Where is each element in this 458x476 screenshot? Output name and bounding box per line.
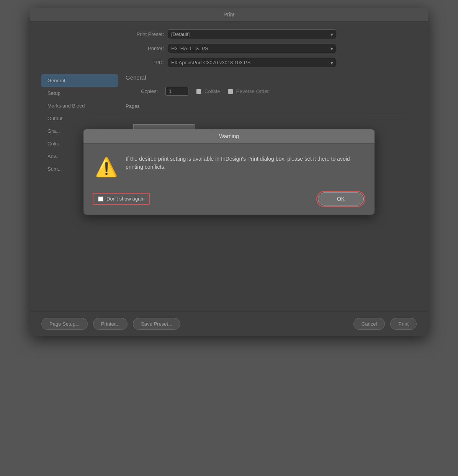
- warning-titlebar: Warning: [83, 129, 375, 143]
- warning-icon: ⚠️: [95, 156, 118, 178]
- print-dialog: Print Print Preset: [Default] Printer: H…: [30, 8, 428, 336]
- dont-show-wrapper: Don't show again: [93, 193, 150, 205]
- warning-footer: Don't show again OK: [83, 186, 375, 215]
- warning-dialog: Warning ⚠️ If the desired print setting …: [83, 129, 375, 215]
- ok-btn-wrapper: OK: [316, 191, 365, 207]
- warning-body: ⚠️ If the desired print setting is avail…: [83, 143, 375, 186]
- dont-show-label: Don't show again: [106, 196, 144, 202]
- ok-button[interactable]: OK: [318, 192, 364, 205]
- warning-title: Warning: [219, 133, 239, 139]
- dont-show-checkbox[interactable]: [98, 196, 103, 202]
- warning-overlay: Warning ⚠️ If the desired print setting …: [30, 8, 428, 336]
- warning-message: If the desired print setting is availabl…: [126, 155, 363, 171]
